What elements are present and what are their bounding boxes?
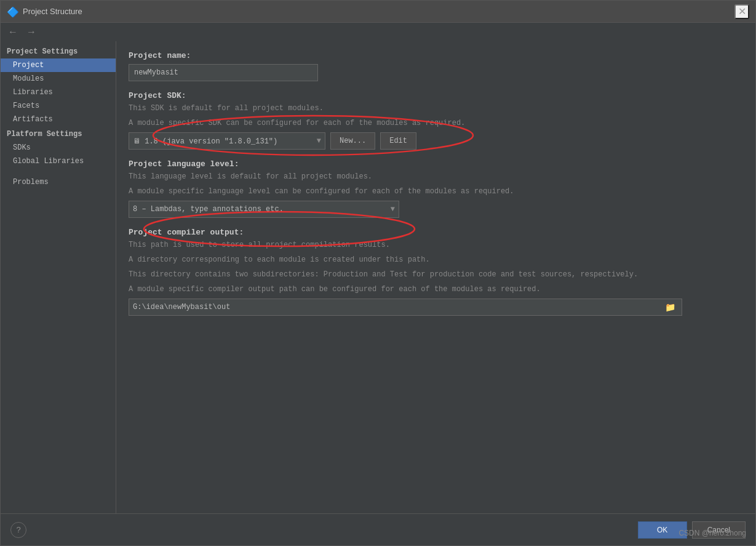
sdk-dropdown-value: 🖥 1.8 (java version "1.8.0_131") — [133, 137, 277, 146]
sdk-dropdown[interactable]: 🖥 1.8 (java version "1.8.0_131") ▼ — [129, 132, 325, 150]
ok-button[interactable]: OK — [638, 521, 687, 539]
sidebar-item-project[interactable]: Project — [1, 58, 116, 72]
project-sdk-desc2: A module specific SDK can be configured … — [129, 118, 743, 129]
language-level-value: 8 – Lambdas, type annotations etc. — [133, 205, 284, 214]
sidebar-item-artifacts[interactable]: Artifacts — [1, 113, 116, 126]
compiler-output-path-row: 📁 — [129, 299, 682, 316]
sidebar-item-global-libraries[interactable]: Global Libraries — [1, 155, 116, 168]
sidebar: Project Settings Project Modules Librari… — [1, 41, 116, 513]
project-sdk-desc1: This SDK is default for all project modu… — [129, 103, 743, 114]
project-language-level-label: Project language level: — [129, 159, 743, 169]
compiler-output-desc1: This path is used to store all project c… — [129, 239, 743, 251]
back-button[interactable]: ← — [6, 25, 20, 39]
nav-bar: ← → — [1, 23, 755, 41]
forward-button[interactable]: → — [24, 25, 39, 39]
sidebar-item-problems[interactable]: Problems — [1, 175, 116, 189]
project-language-level-desc2: A module specific language level can be … — [129, 186, 743, 197]
project-name-input[interactable] — [129, 64, 318, 81]
dialog-icon: 🔷 — [7, 6, 18, 17]
main-content: Project Settings Project Modules Librari… — [1, 41, 755, 513]
sdk-row: 🖥 1.8 (java version "1.8.0_131") ▼ New..… — [129, 132, 743, 150]
new-sdk-button[interactable]: New... — [330, 132, 375, 150]
sdk-dropdown-arrow-icon: ▼ — [317, 137, 321, 145]
dialog-title: Project Structure — [23, 7, 82, 16]
right-panel: Project name: Project SDK: This SDK is d… — [116, 41, 755, 513]
compiler-output-path-input[interactable] — [133, 303, 662, 311]
language-level-dropdown-arrow-icon: ▼ — [391, 205, 395, 214]
project-structure-dialog: 🔷 Project Structure ✕ ← → Project Settin… — [0, 0, 756, 546]
sidebar-item-facets[interactable]: Facets — [1, 99, 116, 113]
project-compiler-output-label: Project compiler output: — [129, 228, 743, 237]
compiler-output-desc2: A directory corresponding to each module… — [129, 254, 743, 265]
compiler-output-desc3: This directory contains two subdirectori… — [129, 269, 743, 280]
project-name-label: Project name: — [129, 51, 743, 60]
cancel-button[interactable]: Cancel — [692, 521, 746, 539]
help-button[interactable]: ? — [10, 522, 26, 538]
bottom-buttons: OK Cancel — [638, 521, 746, 539]
language-level-dropdown[interactable]: 8 – Lambdas, type annotations etc. ▼ — [129, 201, 399, 218]
title-bar-left: 🔷 Project Structure — [7, 6, 82, 17]
sidebar-item-modules[interactable]: Modules — [1, 72, 116, 86]
project-language-level-desc1: This language level is default for all p… — [129, 171, 743, 182]
title-bar: 🔷 Project Structure ✕ — [1, 1, 755, 23]
project-sdk-label: Project SDK: — [129, 91, 743, 100]
platform-settings-section-label: Platform Settings — [1, 126, 116, 141]
sidebar-item-sdks[interactable]: SDKs — [1, 141, 116, 155]
edit-sdk-button[interactable]: Edit — [380, 132, 416, 150]
folder-browse-button[interactable]: 📁 — [662, 301, 678, 313]
bottom-bar: ? OK Cancel — [1, 513, 755, 545]
sidebar-item-libraries[interactable]: Libraries — [1, 86, 116, 99]
close-button[interactable]: ✕ — [734, 4, 749, 19]
compiler-output-desc4: A module specific compiler output path c… — [129, 284, 743, 295]
project-settings-section-label: Project Settings — [1, 44, 116, 58]
